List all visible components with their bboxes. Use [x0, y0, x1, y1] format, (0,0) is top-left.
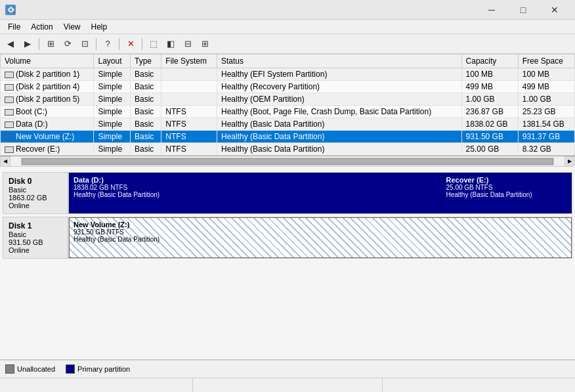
cell-filesystem: NTFS: [161, 143, 217, 156]
cell-freespace: 499 MB: [518, 81, 574, 93]
cell-filesystem: NTFS: [161, 118, 217, 131]
disk-type: Basic: [9, 186, 62, 194]
menu-help[interactable]: Help: [86, 21, 113, 33]
table-row[interactable]: Recover (E:)SimpleBasicNTFSHealthy (Basi…: [1, 143, 575, 156]
cell-status: Healthy (OEM Partition): [217, 93, 462, 106]
legend-unallocated: Unallocated: [5, 364, 55, 374]
title-bar-controls: ─ □ ✕: [477, 3, 570, 16]
cell-filesystem: [161, 81, 217, 93]
cell-capacity: 1838.02 GB: [461, 118, 518, 131]
cell-filesystem: NTFS: [161, 106, 217, 118]
cell-capacity: 236.87 GB: [461, 106, 518, 118]
cell-filesystem: [161, 68, 217, 81]
cell-status: Healthy (Basic Data Partition): [217, 131, 462, 143]
legend-primary: Primary partition: [66, 364, 130, 374]
cell-freespace: 1381.54 GB: [518, 118, 574, 131]
disk-status: Online: [9, 202, 62, 209]
cell-type: Basic: [131, 81, 161, 93]
cell-volume: New Volume (Z:): [1, 131, 94, 143]
maximize-button[interactable]: □: [508, 3, 538, 16]
h-scrollbar[interactable]: ◀ ▶: [0, 156, 575, 167]
col-status[interactable]: Status: [217, 54, 462, 68]
cell-status: Healthy (Recovery Partition): [217, 81, 462, 93]
volume-icon: [5, 109, 14, 116]
menu-action[interactable]: Action: [26, 21, 58, 33]
disk-partitions: Data (D:) 1838.02 GB NTFS Healthy (Basic…: [69, 173, 572, 213]
col-volume[interactable]: Volume: [1, 54, 94, 68]
partition-status: Healthy (Basic Data Partition): [446, 191, 568, 198]
menu-file[interactable]: File: [3, 21, 26, 33]
toolbar-separator-4: [142, 38, 142, 50]
scroll-thumb[interactable]: [22, 158, 553, 165]
cell-capacity: 25.00 GB: [461, 143, 518, 156]
partition-label: Data (D:): [74, 176, 437, 184]
cell-volume: (Disk 2 partition 5): [1, 93, 94, 106]
cell-freespace: 1.00 GB: [518, 93, 574, 106]
scroll-left-button[interactable]: ◀: [0, 156, 11, 167]
disk-map-area: Disk 0 Basic 1863.02 GB OnlineData (D:) …: [0, 167, 575, 359]
partition-block[interactable]: Data (D:) 1838.02 GB NTFS Healthy (Basic…: [69, 173, 442, 213]
col-capacity[interactable]: Capacity: [461, 54, 518, 68]
cell-freespace: 8.32 GB: [518, 143, 574, 156]
col-filesystem[interactable]: File System: [161, 54, 217, 68]
cell-status: Healthy (Basic Data Partition): [217, 143, 462, 156]
status-pane-3: [383, 378, 572, 392]
cell-type: Basic: [131, 68, 161, 81]
properties-button[interactable]: ⊞: [43, 37, 58, 51]
cell-type: Basic: [131, 143, 161, 156]
cell-filesystem: [161, 93, 217, 106]
table-row[interactable]: Boot (C:)SimpleBasicNTFSHealthy (Boot, P…: [1, 106, 575, 118]
disk-row: Disk 0 Basic 1863.02 GB OnlineData (D:) …: [3, 172, 572, 214]
table-row[interactable]: Data (D:)SimpleBasicNTFSHealthy (Basic D…: [1, 118, 575, 131]
format-button[interactable]: ⬚: [146, 37, 161, 51]
status-bar: [0, 378, 575, 392]
partition-block[interactable]: Recover (E:) 25.00 GB NTFS Healthy (Basi…: [442, 173, 572, 213]
minimize-button[interactable]: ─: [477, 3, 507, 16]
refresh-button[interactable]: ⟳: [60, 37, 75, 51]
main-area: Volume Layout Type File System Status Ca…: [0, 54, 575, 392]
menu-view[interactable]: View: [58, 21, 86, 33]
back-button[interactable]: ◀: [3, 37, 18, 51]
partition-size: 931.50 GB NTFS: [74, 229, 567, 236]
cell-filesystem: NTFS: [161, 131, 217, 143]
extend-button[interactable]: ◧: [163, 37, 179, 51]
volume-icon: [5, 146, 14, 153]
partition-label: New Volume (Z:): [74, 221, 567, 229]
table-row[interactable]: (Disk 2 partition 1)SimpleBasicHealthy (…: [1, 68, 575, 81]
volume-icon: [5, 121, 14, 128]
cell-volume: (Disk 2 partition 4): [1, 81, 94, 93]
toolbar-separator-3: [119, 38, 119, 50]
col-freespace[interactable]: Free Space: [518, 54, 574, 68]
cell-capacity: 931.50 GB: [461, 131, 518, 143]
table-row[interactable]: (Disk 2 partition 4)SimpleBasicHealthy (…: [1, 81, 575, 93]
cell-volume: Recover (E:): [1, 143, 94, 156]
volume-icon: [5, 84, 14, 91]
cell-layout: Simple: [94, 93, 131, 106]
change-letter-button[interactable]: ⊞: [197, 37, 213, 51]
disk-view-button[interactable]: ⊡: [77, 37, 93, 51]
partition-block[interactable]: New Volume (Z:) 931.50 GB NTFS Healthy (…: [69, 217, 572, 258]
toolbar: ◀ ▶ ⊞ ⟳ ⊡ ? ✕ ⬚ ◧ ⊟ ⊞: [0, 34, 575, 54]
close-button[interactable]: ✕: [540, 3, 570, 16]
cell-layout: Simple: [94, 131, 131, 143]
volume-table-area[interactable]: Volume Layout Type File System Status Ca…: [0, 54, 575, 156]
disk-name: Disk 0: [9, 177, 62, 186]
cell-type: Basic: [131, 131, 161, 143]
table-row[interactable]: New Volume (Z:)SimpleBasicNTFSHealthy (B…: [1, 131, 575, 143]
volume-table: Volume Layout Type File System Status Ca…: [0, 54, 575, 156]
forward-button[interactable]: ▶: [20, 37, 35, 51]
volume-icon: [5, 97, 14, 103]
scroll-right-button[interactable]: ▶: [564, 156, 575, 167]
scroll-track[interactable]: [21, 158, 554, 165]
col-layout[interactable]: Layout: [94, 54, 131, 68]
disk-size: 931.50 GB: [9, 238, 62, 246]
shrink-button[interactable]: ⊟: [180, 37, 196, 51]
disk-label: Disk 1 Basic 931.50 GB Online: [3, 217, 69, 258]
col-type[interactable]: Type: [131, 54, 161, 68]
delete-button[interactable]: ✕: [123, 37, 138, 51]
cell-freespace: 100 MB: [518, 68, 574, 81]
table-row[interactable]: (Disk 2 partition 5)SimpleBasicHealthy (…: [1, 93, 575, 106]
cell-capacity: 100 MB: [461, 68, 518, 81]
cell-capacity: 1.00 GB: [461, 93, 518, 106]
help-button[interactable]: ?: [100, 37, 116, 51]
